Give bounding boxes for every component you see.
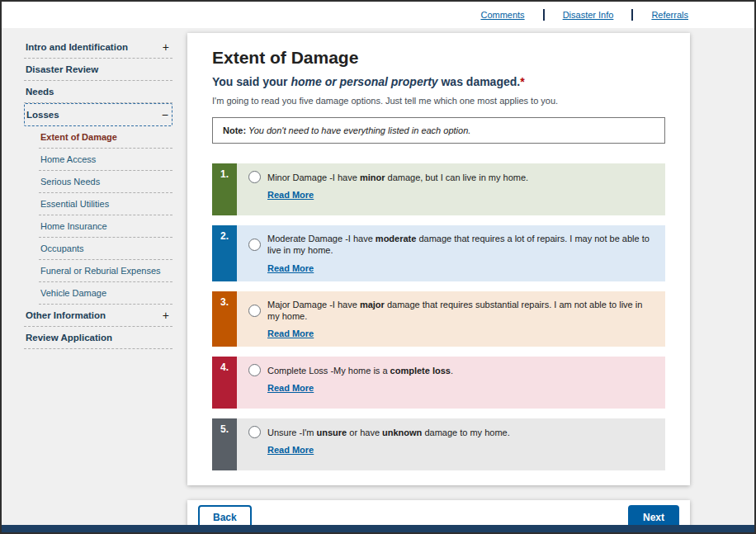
option-body: Complete Loss -My home is a complete los…	[237, 357, 665, 409]
sidebar-item-needs[interactable]: Needs	[24, 81, 172, 103]
sidebar-item-home-access[interactable]: Home Access	[39, 149, 172, 171]
damage-option-minor: 1. Minor Damage -I have minor damage, bu…	[212, 163, 665, 215]
read-more-link[interactable]: Read More	[267, 190, 314, 200]
option-choice-row: Major Damage -I have major damage that r…	[248, 299, 654, 323]
option-label: Major Damage -I have major damage that r…	[267, 299, 654, 323]
sidebar-item-other-information[interactable]: Other Information +	[24, 305, 172, 327]
option-text-segment: Major Damage -I have	[267, 300, 360, 310]
radio-button[interactable]	[248, 364, 261, 376]
nav-divider	[631, 9, 633, 21]
sidebar-item-intro-and-identification[interactable]: Intro and Identification +	[24, 36, 172, 59]
damage-option-unsure: 5. Unsure -I'm unsure or have unknown da…	[212, 418, 665, 470]
sidebar-item-review-application[interactable]: Review Application	[24, 327, 172, 349]
main-column: Extent of Damage You said your home or p…	[172, 28, 754, 534]
option-text-bold: unsure	[317, 428, 347, 437]
option-label: Unsure -I'm unsure or have unknown damag…	[267, 427, 510, 438]
option-number-badge: 3.	[212, 291, 237, 347]
sidebar-item-home-insurance[interactable]: Home Insurance	[39, 215, 172, 238]
option-text-segment: .	[451, 366, 453, 376]
extent-of-damage-panel: Extent of Damage You said your home or p…	[187, 33, 690, 485]
expand-icon[interactable]: +	[163, 311, 169, 319]
option-choice-row: Complete Loss -My home is a complete los…	[248, 364, 654, 376]
page-title: Extent of Damage	[212, 48, 665, 68]
sidebar-item-essential-utilities[interactable]: Essential Utilities	[39, 193, 172, 215]
footer-bar	[2, 525, 754, 532]
option-number-badge: 4.	[212, 357, 237, 409]
radio-button[interactable]	[248, 239, 261, 251]
sidebar-nav: Intro and Identification + Disaster Revi…	[2, 28, 172, 349]
sidebar-item-vehicle-damage[interactable]: Vehicle Damage	[39, 282, 172, 305]
option-text-bold: unknown	[382, 428, 422, 437]
damage-option-moderate: 2. Moderate Damage -I have moderate dama…	[212, 225, 665, 281]
top-nav: Comments Disaster Info Referrals	[2, 2, 754, 28]
option-text-segment: or have	[347, 428, 382, 437]
required-marker: *	[520, 75, 524, 88]
option-text-segment: Minor Damage -I have	[267, 172, 360, 182]
damage-option-complete-loss: 4. Complete Loss -My home is a complete …	[212, 357, 665, 409]
read-more-link[interactable]: Read More	[267, 383, 314, 393]
question-segment: You said your	[212, 75, 291, 88]
option-text-bold: major	[360, 300, 385, 310]
option-number-badge: 5.	[212, 418, 237, 470]
option-label: Complete Loss -My home is a complete los…	[267, 365, 453, 376]
option-text-bold: moderate	[376, 234, 417, 243]
page-body: Intro and Identification + Disaster Revi…	[2, 28, 754, 527]
sidebar-item-label: Losses	[26, 110, 59, 120]
option-text-segment: damage to my home.	[422, 428, 509, 437]
option-label: Moderate Damage -I have moderate damage …	[267, 233, 654, 257]
radio-button[interactable]	[248, 426, 261, 438]
sidebar-item-label: Review Application	[26, 333, 112, 343]
option-number-badge: 2.	[212, 225, 237, 281]
question-text: You said your home or personal property …	[212, 74, 665, 89]
radio-button[interactable]	[248, 171, 261, 183]
option-body: Unsure -I'm unsure or have unknown damag…	[237, 418, 665, 470]
nav-divider	[543, 9, 545, 21]
question-segment: was damaged.	[438, 75, 521, 88]
damage-option-major: 3. Major Damage -I have major damage tha…	[212, 291, 665, 347]
sidebar-item-occupants[interactable]: Occupants	[39, 238, 172, 260]
sidebar-item-extent-of-damage[interactable]: Extent of Damage	[39, 126, 172, 149]
radio-button[interactable]	[248, 305, 261, 317]
note-box: Note: You don't need to have everything …	[212, 117, 665, 144]
top-link-referrals[interactable]: Referrals	[651, 10, 688, 20]
sidebar-item-serious-needs[interactable]: Serious Needs	[39, 171, 172, 193]
sidebar-item-label: Intro and Identification	[26, 42, 128, 52]
sidebar-item-losses[interactable]: Losses −	[24, 103, 172, 126]
option-number-badge: 1.	[212, 163, 237, 215]
sidebar-item-funeral-or-reburial-expenses[interactable]: Funeral or Reburial Expenses	[39, 260, 172, 282]
note-label: Note:	[223, 125, 246, 135]
option-choice-row: Moderate Damage -I have moderate damage …	[248, 233, 654, 257]
option-text-bold: complete loss	[390, 366, 451, 376]
note-text: You don't need to have everything listed…	[246, 125, 470, 135]
option-choice-row: Minor Damage -I have minor damage, but I…	[248, 171, 654, 183]
option-label: Minor Damage -I have minor damage, but I…	[267, 172, 528, 183]
sidebar-item-label: Needs	[26, 87, 54, 97]
option-body: Minor Damage -I have minor damage, but I…	[237, 163, 665, 215]
read-more-link[interactable]: Read More	[267, 263, 314, 273]
read-more-link[interactable]: Read More	[267, 328, 314, 338]
expand-icon[interactable]: +	[163, 43, 169, 51]
option-text-segment: Complete Loss -My home is a	[267, 366, 390, 376]
sidebar-item-disaster-review[interactable]: Disaster Review	[24, 59, 172, 81]
option-body: Major Damage -I have major damage that r…	[237, 291, 665, 347]
option-text-segment: Unsure -I'm	[267, 428, 317, 437]
top-link-disaster-info[interactable]: Disaster Info	[563, 10, 614, 20]
question-emphasis: home or personal property	[291, 75, 437, 88]
read-more-link[interactable]: Read More	[267, 445, 314, 455]
app-window: Comments Disaster Info Referrals Intro a…	[0, 0, 756, 534]
option-body: Moderate Damage -I have moderate damage …	[237, 225, 665, 281]
top-link-comments[interactable]: Comments	[480, 10, 524, 20]
sidebar-item-label: Disaster Review	[26, 64, 98, 74]
option-text-segment: damage, but I can live in my home.	[385, 172, 528, 182]
losses-subnav: Extent of Damage Home Access Serious Nee…	[24, 126, 172, 305]
option-text-bold: minor	[360, 172, 385, 182]
sidebar-item-label: Other Information	[26, 310, 106, 320]
option-choice-row: Unsure -I'm unsure or have unknown damag…	[248, 426, 654, 438]
damage-options-list: 1. Minor Damage -I have minor damage, bu…	[212, 163, 665, 470]
option-text-segment: Moderate Damage -I have	[267, 234, 376, 243]
collapse-icon[interactable]: −	[162, 111, 168, 119]
intro-text: I'm going to read you five damage option…	[212, 96, 665, 106]
